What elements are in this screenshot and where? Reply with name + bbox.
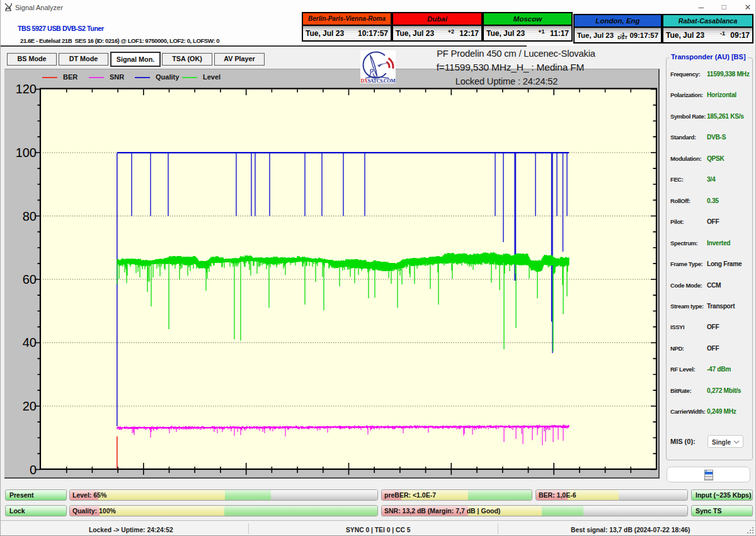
svg-text:120: 120 — [16, 82, 37, 96]
svg-text:80: 80 — [23, 209, 37, 223]
svg-text:100: 100 — [16, 146, 37, 160]
svg-text:20: 20 — [23, 399, 37, 413]
svg-text:60: 60 — [23, 272, 37, 286]
svg-text:40: 40 — [23, 335, 37, 349]
svg-text:DXSATCS.COM: DXSATCS.COM — [360, 78, 396, 83]
svg-text:0: 0 — [30, 463, 37, 477]
